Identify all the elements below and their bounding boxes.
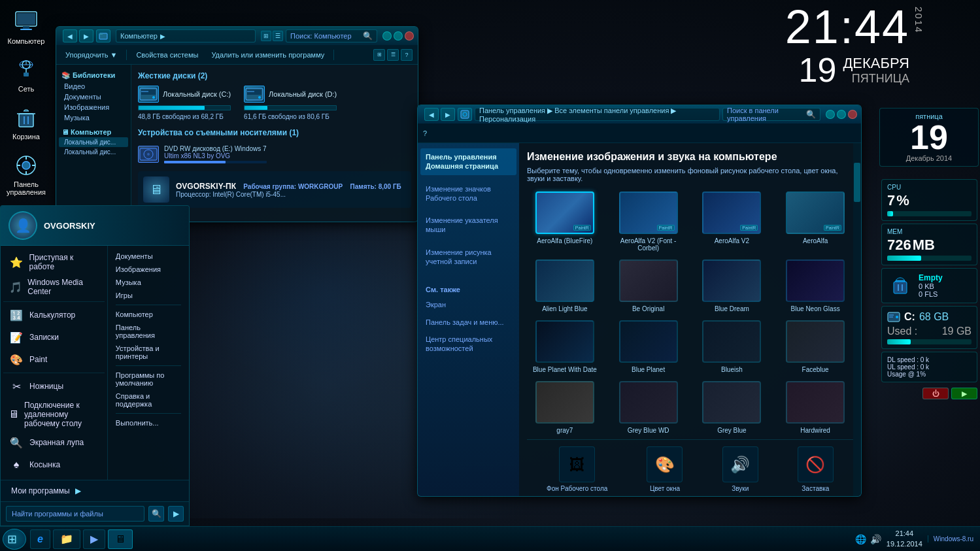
explorer-view-btn2[interactable]: ☰ [273,31,283,41]
sidebar-video[interactable]: Видео [59,81,128,92]
explorer-back-button[interactable]: ◀ [63,29,77,42]
start-item-remote[interactable]: 🖥 Подключение к удаленному рабочему стол… [3,397,105,431]
sidebar-documents[interactable]: Документы [59,92,128,102]
start-right-games[interactable]: Игры [110,289,186,302]
view-help-button[interactable]: ? [401,49,413,61]
power-on-button[interactable]: ▶ [951,388,977,399]
start-right-music[interactable]: Музыка [110,276,186,289]
theme-item-bluedream[interactable]: Blue Dream [694,259,770,312]
start-item-paint[interactable]: 🎨 Paint [3,348,105,371]
start-right-images[interactable]: Изображения [110,263,186,276]
cp-see-also-screen[interactable]: Экран [420,296,516,313]
theme-item-original[interactable]: Be Original [611,259,686,312]
start-item-media-center[interactable]: 🎵 Windows Media Center [3,275,105,299]
explorer-titlebar[interactable]: ◀ ▶ Компьютер ▶ ⊞ ☰ Поиск: Компьютер 🔍 [56,27,418,45]
taskbar-app-computer[interactable]: 🖥 [108,529,133,549]
sidebar-music[interactable]: Музыка [59,112,128,123]
cp-nav-home[interactable]: Панель управления Домашняя страница [420,148,516,175]
start-search-bar[interactable]: Найти программы и файлы [6,506,144,522]
explorer-close-button[interactable] [405,31,414,41]
bottom-icon-color[interactable]: 🎨 Цвет окна [647,446,683,492]
theme-item-greyblue[interactable]: Grey Blue [694,381,770,434]
start-item-magnifier[interactable]: 🔍 Экранная лупа [3,431,105,454]
start-item-scissors[interactable]: ✂ Ножницы [3,375,105,397]
theme-item-aeroblue[interactable]: PaintR AeroAlfa (BlueFire) [527,192,603,252]
tray-clock[interactable]: 21:44 19.12.2014 [887,529,922,549]
start-right-my-computer[interactable]: Компьютер [110,308,186,321]
theme-item-aero[interactable]: PaintR AeroAlfa [777,192,853,252]
theme-item-blueneon[interactable]: Blue Neon Glass [777,259,853,312]
theme-item-blueish[interactable]: Blueish [694,320,770,373]
cp-nav-account[interactable]: Изменение рисунка учетной записи [420,244,516,271]
cp-nav-pointer[interactable]: Изменение указателя мыши [420,212,516,239]
theme-item-alien[interactable]: Alien Light Blue [527,259,603,312]
start-right-defaults[interactable]: Программы по умолчанию [110,369,186,390]
desktop-icon-controlpanel[interactable]: Панель управления [3,150,49,199]
explorer-uninstall-button[interactable]: Удалить или изменить программу [207,50,328,60]
desktop-icon-network[interactable]: Сеть [3,54,49,95]
tray-speaker-icon[interactable]: 🔊 [870,534,881,544]
libraries-header[interactable]: 📚 Библиотеки [59,70,128,81]
start-item-calculator[interactable]: 🔢 Калькулятор [3,304,105,326]
disk-d-item[interactable]: Локальный диск (D:) 61,6 ГБ свободно из … [244,86,337,120]
cp-search-box[interactable]: Поиск в панели управления 🔍 [722,108,820,121]
start-right-control[interactable]: Панель управления [110,321,186,342]
start-right-devices[interactable]: Устройства и принтеры [110,342,186,363]
bottom-icon-screensaver[interactable]: 🚫 Заставка [798,446,834,492]
cp-scrollbar[interactable] [853,143,861,496]
start-right-run[interactable]: Выполнить... [110,416,186,429]
taskbar-app-ie[interactable]: e [30,529,50,549]
theme-item-faceblue[interactable]: Faceblue [777,320,853,373]
theme-item-aero2[interactable]: PaintR AeroAlfa V2 [694,192,770,252]
explorer-view-btn1[interactable]: ⊞ [261,31,271,41]
start-search-button[interactable]: 🔍 [148,506,164,522]
taskbar-app-explorer[interactable]: 📁 [53,529,80,549]
power-off-button[interactable]: ⏻ [922,388,949,399]
cp-forward-button[interactable]: ▶ [441,108,455,121]
bottom-icon-wallpaper[interactable]: 🖼 Фон Рабочего стола [547,446,607,492]
start-right-documents[interactable]: Документы [110,250,186,263]
theme-item-blueplanet[interactable]: Blue Planet [611,320,686,373]
cp-minimize-button[interactable] [826,110,835,119]
taskbar-app-media[interactable]: ▶ [83,529,105,549]
start-item-solitaire[interactable]: ♠ Косынка [3,454,105,476]
disk-c-item[interactable]: Локальный диск (C:) 48,8 ГБ свободно из … [138,86,231,120]
view-list-button[interactable]: ⊞ [373,49,385,61]
start-button[interactable] [3,529,26,550]
desktop-icon-computer[interactable]: Компьютер [3,7,49,48]
sidebar-local-c[interactable]: Локальный дис... [59,137,128,147]
theme-item-aeroblue2[interactable]: PaintR AeroAlfa V2 (Font - Corbel) [611,192,686,252]
cp-maximize-button[interactable] [837,110,846,119]
cp-back-button[interactable]: ◀ [424,108,439,121]
sidebar-images[interactable]: Изображения [59,102,128,112]
explorer-maximize-button[interactable] [394,31,403,41]
dvd-item[interactable]: DVD RW дисковод (E:) Windows 7 Ultim x86… [138,142,411,166]
cp-path-bar[interactable]: Панель управления ▶ Все элементы панели … [475,108,720,121]
start-all-programs-button[interactable]: Мои программы ▶ [6,483,86,499]
view-details-button[interactable]: ☰ [387,49,399,61]
cp-scrollbar-thumb[interactable] [854,163,860,202]
explorer-path-bar[interactable]: Компьютер ▶ [116,29,256,42]
cp-close-button[interactable] [848,110,857,119]
desktop-icon-recycle[interactable]: Корзина [3,102,49,143]
cp-see-also-taskbar[interactable]: Панель задач и меню... [420,314,516,331]
theme-item-blueplanetdate[interactable]: Blue Planet With Date [527,320,603,373]
tray-network-icon[interactable]: 🌐 [855,534,866,544]
explorer-organize-button[interactable]: Упорядочить ▼ [61,50,121,60]
sidebar-local-d[interactable]: Локальный дис... [59,147,128,157]
cp-help-icon[interactable]: ? [423,129,427,137]
bottom-icon-sounds[interactable]: 🔊 Звуки [722,446,758,492]
start-item-notes[interactable]: 📝 Записки [3,326,105,348]
explorer-minimize-button[interactable] [382,31,392,41]
explorer-search-box[interactable]: Поиск: Компьютер 🔍 [286,29,377,42]
explorer-forward-button[interactable]: ▶ [79,29,93,42]
start-item-start-work[interactable]: ⭐ Приступая к работе [3,250,105,275]
cp-see-also-accessibility[interactable]: Центр специальных возможностей [420,331,516,358]
start-arrow-button[interactable]: ▶ [168,506,184,522]
theme-item-greybluewd[interactable]: Grey Blue WD [611,381,686,434]
computer-header[interactable]: 🖥 Компьютер [59,127,128,137]
cp-nav-icons[interactable]: Изменение значков Рабочего стола [420,180,516,207]
theme-item-hardwired[interactable]: Hardwired [777,381,853,434]
start-right-help[interactable]: Справка и поддержка [110,390,186,410]
explorer-system-properties-button[interactable]: Свойства системы [132,50,202,60]
